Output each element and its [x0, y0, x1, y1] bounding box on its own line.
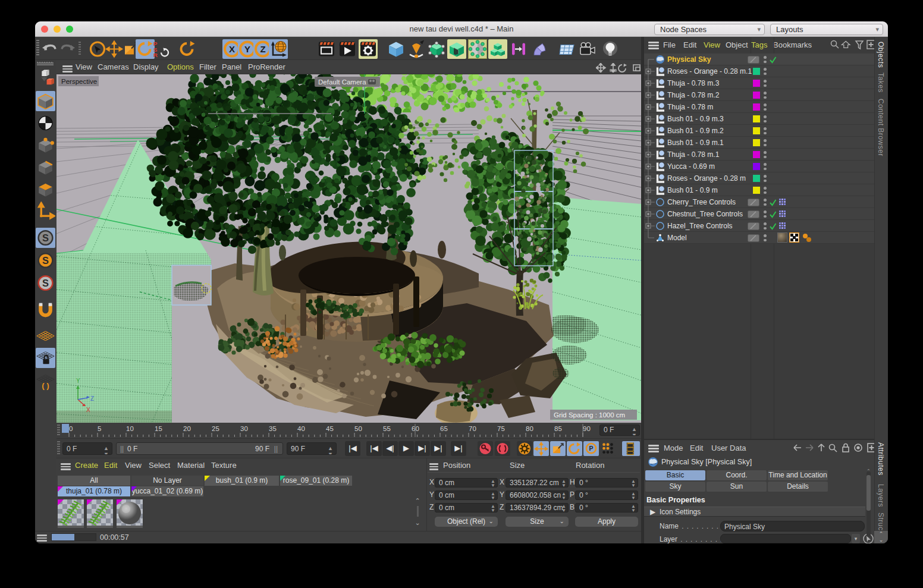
svg-text:Z: Z [260, 44, 265, 54]
svg-text:Grid Spacing : 1000 cm: Grid Spacing : 1000 cm [554, 411, 625, 419]
svg-text:Y: Y [76, 378, 80, 384]
svg-text:45: 45 [326, 425, 334, 432]
svg-text:S: S [42, 232, 49, 243]
svg-text:Y: Y [244, 44, 250, 54]
svg-text:85: 85 [554, 425, 562, 432]
svg-text:15: 15 [155, 425, 162, 432]
svg-text:25: 25 [212, 425, 219, 432]
svg-text:75: 75 [497, 425, 505, 432]
svg-text:65: 65 [440, 425, 448, 432]
svg-text:50: 50 [354, 425, 362, 432]
svg-text:S: S [42, 278, 49, 288]
svg-text:R: R [153, 52, 158, 58]
svg-text:70: 70 [469, 425, 476, 432]
svg-text:( ): ( ) [42, 381, 49, 390]
svg-text:S: S [42, 255, 49, 266]
svg-text:0: 0 [69, 425, 73, 432]
svg-text:30: 30 [240, 425, 248, 432]
svg-text:X: X [86, 407, 90, 413]
svg-text:20: 20 [183, 425, 191, 432]
svg-text:Z: Z [90, 395, 94, 402]
svg-text:80: 80 [526, 425, 533, 432]
svg-text:Default Camera: Default Camera [318, 78, 366, 86]
svg-text:55: 55 [383, 425, 391, 432]
svg-text:Perspective: Perspective [61, 78, 97, 85]
svg-text:40: 40 [297, 425, 305, 432]
svg-text:10: 10 [126, 425, 134, 432]
svg-text:5: 5 [98, 425, 101, 432]
svg-text:X: X [229, 44, 235, 54]
svg-text:90: 90 [583, 425, 591, 432]
svg-text:P: P [589, 445, 594, 452]
svg-text:35: 35 [269, 425, 277, 432]
